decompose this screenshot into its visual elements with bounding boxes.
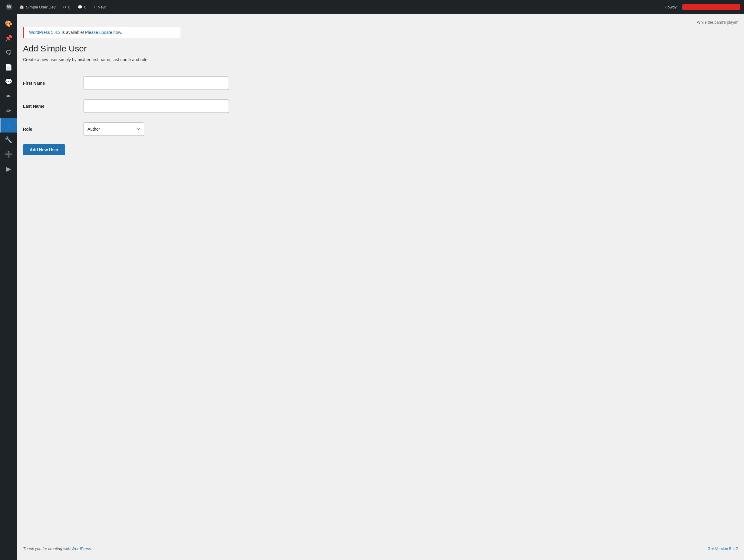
- pages-icon: 📄: [5, 64, 12, 71]
- sidebar-item-wrench[interactable]: 🔧: [0, 132, 17, 147]
- howdy-text: Howdy,: [661, 5, 681, 9]
- plugins-icon: 📌: [5, 35, 12, 42]
- sidebar-item-pages[interactable]: 📄: [0, 60, 17, 74]
- home-icon: 🏠: [20, 5, 24, 9]
- sidebar-item-tools[interactable]: ✒: [0, 89, 17, 104]
- adminbar-comments[interactable]: 💬 0: [74, 0, 90, 14]
- wp-logo-icon: W: [6, 4, 12, 10]
- sidebar-item-play[interactable]: ▶: [0, 162, 17, 176]
- admin-bar: W 🏠 Simple User Dev ↺ 6 💬 0 + New Howdy,…: [0, 0, 744, 14]
- form-table: First Name Last Name Role: [23, 72, 235, 141]
- first-name-input[interactable]: [83, 77, 229, 90]
- sidebar-item-comments[interactable]: 🗨: [0, 45, 17, 60]
- last-name-label: Last Name: [23, 104, 44, 109]
- please-update-link[interactable]: Please update now: [85, 30, 121, 35]
- screen-meta-text: While the band's playin': [697, 20, 738, 25]
- add-new-user-button[interactable]: Add New User: [23, 144, 65, 155]
- add-icon: ➕: [5, 151, 12, 158]
- footer-right: Get Version 5.4.2: [708, 546, 738, 551]
- sidebar-item-users[interactable]: 👤: [0, 118, 17, 132]
- new-icon: +: [94, 5, 96, 9]
- add-user-form: First Name Last Name Role: [23, 72, 738, 155]
- settings-icon: ✏: [6, 107, 11, 114]
- adminbar-items: 🏠 Simple User Dev ↺ 6 💬 0 + New: [16, 0, 661, 14]
- adminbar-updates[interactable]: ↺ 6: [59, 0, 74, 14]
- updates-count: 6: [68, 5, 70, 9]
- footer-thank-you: Thank you for creating with: [23, 546, 71, 551]
- first-name-row: First Name: [23, 72, 235, 95]
- footer-left: Thank you for creating with WordPress.: [23, 546, 92, 551]
- appearance-icon: 🎨: [5, 20, 12, 27]
- notice-available-text: is available!: [61, 30, 85, 35]
- wp-logo[interactable]: W: [4, 2, 14, 12]
- role-row: Role Administrator Editor Author Contrib…: [23, 118, 235, 141]
- sidebar-item-plugins[interactable]: 📌: [0, 31, 17, 45]
- chat-icon: 💬: [5, 78, 12, 85]
- notice-period: .: [121, 30, 122, 35]
- play-icon: ▶: [6, 165, 11, 172]
- screen-meta-message: While the band's playin': [23, 20, 738, 25]
- last-name-row: Last Name: [23, 95, 235, 118]
- footer-version-link[interactable]: Get Version 5.4.2: [708, 546, 738, 551]
- user-name-redacted: REDACTED: [682, 4, 740, 10]
- tools-icon: ✒: [6, 92, 11, 100]
- page-subtitle: Create a new user simply by his/her firs…: [23, 57, 738, 62]
- adminbar-right: Howdy, REDACTED: [661, 4, 740, 10]
- comments-count: 0: [84, 5, 86, 9]
- new-label: New: [98, 5, 106, 9]
- footer-wp-link[interactable]: WordPress: [71, 546, 91, 551]
- main-content: While the band's playin' WordPress 5.4.2…: [17, 14, 744, 560]
- footer-period: .: [91, 546, 92, 551]
- adminbar-new[interactable]: + New: [90, 0, 109, 14]
- sidebar-item-settings[interactable]: ✏: [0, 104, 17, 118]
- sidebar-item-add[interactable]: ➕: [0, 147, 17, 162]
- first-name-label: First Name: [23, 81, 45, 86]
- page-title: Add Simple User: [23, 44, 738, 53]
- wrench-icon: 🔧: [5, 136, 12, 144]
- admin-sidebar: 🎨 📌 🗨 📄 💬 ✒ ✏ 👤 🔧 ➕ ▶: [0, 14, 17, 560]
- adminbar-site[interactable]: 🏠 Simple User Dev: [16, 0, 59, 14]
- page-wrapper: 🎨 📌 🗨 📄 💬 ✒ ✏ 👤 🔧 ➕ ▶: [0, 14, 744, 560]
- last-name-input[interactable]: [83, 99, 229, 113]
- role-label: Role: [23, 127, 32, 132]
- role-select[interactable]: Administrator Editor Author Contributor …: [83, 123, 144, 136]
- comments-icon: 💬: [77, 5, 82, 9]
- updates-icon: ↺: [63, 5, 66, 9]
- comments-sidebar-icon: 🗨: [5, 49, 11, 56]
- update-notice: WordPress 5.4.2 is available! Please upd…: [23, 27, 181, 38]
- sidebar-item-appearance[interactable]: 🎨: [0, 16, 17, 31]
- wp-footer: Thank you for creating with WordPress. G…: [23, 540, 738, 554]
- sidebar-item-chat[interactable]: 💬: [0, 74, 17, 89]
- wp-version-link[interactable]: WordPress 5.4.2: [29, 30, 61, 35]
- users-icon: 👤: [5, 122, 12, 129]
- site-name: Simple User Dev: [26, 5, 56, 9]
